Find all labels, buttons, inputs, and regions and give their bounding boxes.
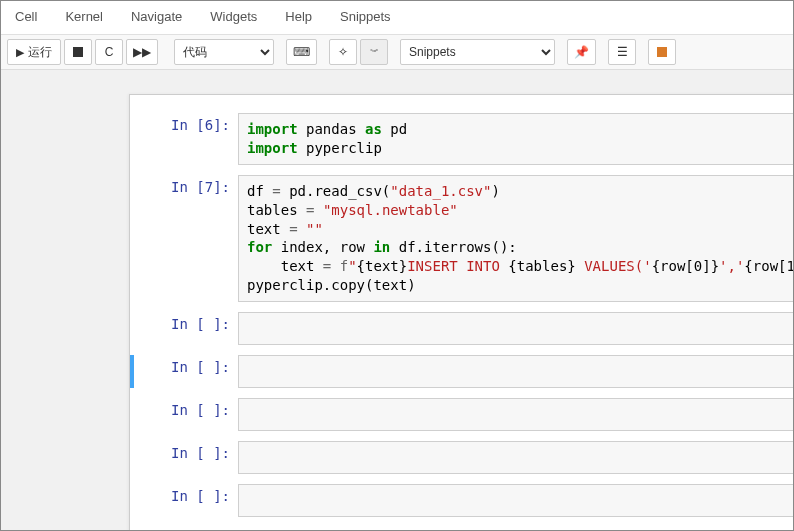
menu-item-kernel[interactable]: Kernel — [51, 5, 117, 28]
chevron-down-icon: ︾ — [370, 46, 379, 59]
cell-prompt: In [ ]: — [130, 484, 238, 517]
code-cell[interactable]: In [ ]: — [130, 484, 793, 517]
expand-button[interactable]: ✧ — [329, 39, 357, 65]
code-cell[interactable]: In [ ]: — [130, 398, 793, 431]
code-cell[interactable]: In [7]:df = pd.read_csv("data_1.csv") ta… — [130, 175, 793, 302]
pin-icon: 📌 — [574, 45, 589, 59]
restart-icon: C — [105, 45, 114, 59]
marker-button[interactable] — [648, 39, 676, 65]
fast-forward-icon: ▶▶ — [133, 45, 151, 59]
code-input[interactable] — [238, 441, 793, 474]
cell-prompt: In [ ]: — [130, 441, 238, 474]
code-input[interactable] — [238, 355, 793, 388]
menu-item-navigate[interactable]: Navigate — [117, 5, 196, 28]
code-input[interactable] — [238, 312, 793, 345]
code-cell[interactable]: In [ ]: — [130, 441, 793, 474]
menubar: CellKernelNavigateWidgetsHelpSnippets — [1, 1, 793, 35]
list-button[interactable]: ☰ — [608, 39, 636, 65]
square-icon — [657, 47, 667, 57]
run-button[interactable]: ▶ 运行 — [7, 39, 61, 65]
interrupt-button[interactable] — [64, 39, 92, 65]
code-input[interactable] — [238, 398, 793, 431]
menu-item-widgets[interactable]: Widgets — [196, 5, 271, 28]
code-cell[interactable]: In [ ]: — [130, 355, 793, 388]
notebook-container: In [6]:import pandas as pd import pyperc… — [1, 70, 793, 531]
menu-item-snippets[interactable]: Snippets — [326, 5, 405, 28]
collapse-button[interactable]: ︾ — [360, 39, 388, 65]
cell-type-select[interactable]: 代码 — [174, 39, 274, 65]
cell-prompt: In [ ]: — [130, 312, 238, 345]
run-label: 运行 — [28, 44, 52, 61]
list-icon: ☰ — [617, 45, 628, 59]
toolbar: ▶ 运行 C ▶▶ 代码 ⌨ ✧ ︾ Snippets 📌 ☰ — [1, 35, 793, 70]
restart-button[interactable]: C — [95, 39, 123, 65]
pin-button[interactable]: 📌 — [567, 39, 596, 65]
keyboard-button[interactable]: ⌨ — [286, 39, 317, 65]
code-cell[interactable]: In [6]:import pandas as pd import pyperc… — [130, 113, 793, 165]
cell-prompt: In [ ]: — [134, 355, 238, 388]
restart-run-all-button[interactable]: ▶▶ — [126, 39, 158, 65]
play-icon: ▶ — [16, 46, 24, 59]
cell-prompt: In [7]: — [130, 175, 238, 302]
code-input[interactable]: df = pd.read_csv("data_1.csv") tables = … — [238, 175, 793, 302]
menu-item-help[interactable]: Help — [271, 5, 326, 28]
keyboard-icon: ⌨ — [293, 45, 310, 59]
cell-prompt: In [ ]: — [130, 398, 238, 431]
code-input[interactable]: import pandas as pd import pyperclip — [238, 113, 793, 165]
expand-icon: ✧ — [338, 45, 348, 59]
notebook-paper: In [6]:import pandas as pd import pyperc… — [129, 94, 793, 531]
cell-prompt: In [6]: — [130, 113, 238, 165]
code-cell[interactable]: In [ ]: — [130, 312, 793, 345]
menu-item-cell[interactable]: Cell — [1, 5, 51, 28]
snippets-select[interactable]: Snippets — [400, 39, 555, 65]
stop-icon — [73, 47, 83, 57]
code-input[interactable] — [238, 484, 793, 517]
